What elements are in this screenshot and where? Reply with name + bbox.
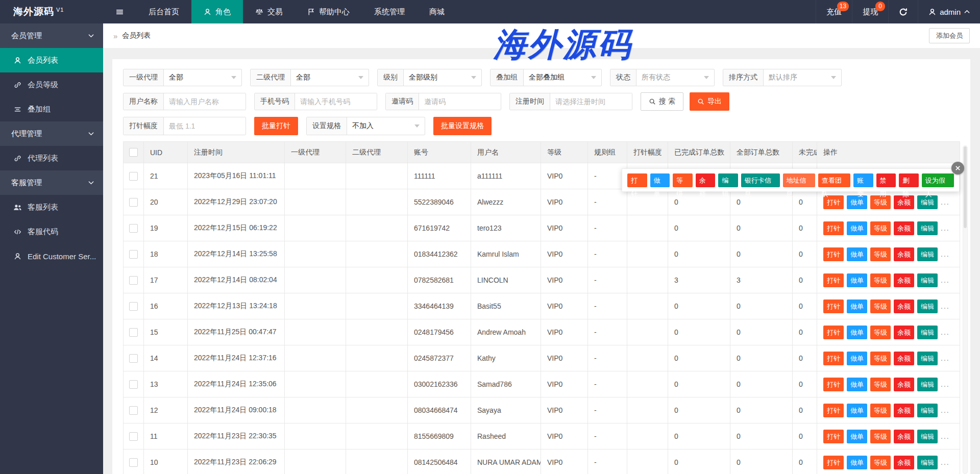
- row-checkbox[interactable]: [129, 432, 138, 441]
- filter-select-overlay-group[interactable]: 全部叠加组: [524, 69, 601, 86]
- refresh-button[interactable]: [888, 0, 918, 23]
- action-address-info-button[interactable]: 地址信息: [783, 173, 815, 187]
- action-edit-button[interactable]: 编辑: [917, 404, 938, 417]
- filter-input-username[interactable]: [164, 93, 246, 110]
- select-all-checkbox[interactable]: [129, 148, 138, 157]
- sidebar-item-2[interactable]: 会员等级: [0, 72, 103, 97]
- action-make-order-button[interactable]: 做单: [847, 326, 867, 339]
- filter-input-reg-time[interactable]: [550, 93, 632, 110]
- action-level-button[interactable]: 等级: [870, 404, 891, 417]
- table-scrollbar[interactable]: [963, 145, 968, 474]
- action-inject-button[interactable]: 打针: [823, 221, 844, 235]
- row-checkbox[interactable]: [129, 198, 138, 207]
- action-level-button[interactable]: 等级: [870, 430, 891, 443]
- more-actions-button[interactable]: ...: [941, 406, 950, 414]
- filter-select-agent1[interactable]: 全部: [164, 69, 241, 86]
- action-balance-button[interactable]: 余额: [894, 352, 914, 365]
- row-checkbox[interactable]: [129, 406, 138, 415]
- action-inject-button[interactable]: 打针: [823, 404, 844, 417]
- action-make-order-button[interactable]: 做单: [847, 430, 867, 443]
- action-edit-button[interactable]: 编辑: [718, 173, 738, 187]
- action-level-button[interactable]: 等级: [870, 300, 891, 313]
- action-level-button[interactable]: 等级: [870, 352, 891, 365]
- action-make-order-button[interactable]: 做单: [847, 273, 867, 287]
- more-actions-button[interactable]: ...: [941, 224, 950, 232]
- action-inject-button[interactable]: 打针: [823, 430, 844, 443]
- more-actions-button[interactable]: ...: [941, 354, 950, 362]
- batch-spec-button[interactable]: 批量设置规格: [433, 117, 492, 135]
- sidebar-item-9[interactable]: Edit Customer Ser...: [0, 244, 103, 268]
- action-inject-button[interactable]: 打针: [823, 456, 844, 469]
- action-inject-button[interactable]: 打针: [627, 173, 647, 187]
- more-actions-button[interactable]: ...: [941, 432, 950, 440]
- action-balance-button[interactable]: 余额: [696, 173, 716, 187]
- filter-select-level[interactable]: 全部级别: [404, 69, 481, 86]
- action-balance-button[interactable]: 余额: [894, 273, 914, 287]
- action-inject-button[interactable]: 打针: [823, 352, 844, 365]
- filter-input-invite-code[interactable]: [419, 93, 501, 110]
- sidebar-collapse-button[interactable]: [103, 0, 136, 23]
- action-make-order-button[interactable]: 做单: [847, 352, 867, 365]
- sidebar-group-4[interactable]: 代理管理: [0, 121, 103, 146]
- more-actions-button[interactable]: ...: [941, 198, 950, 206]
- sidebar-item-5[interactable]: 代理列表: [0, 146, 103, 170]
- spec-select[interactable]: 不加入: [347, 117, 425, 135]
- action-level-button[interactable]: 等级: [870, 456, 891, 469]
- recharge-button[interactable]: 充值 13: [816, 0, 852, 23]
- action-edit-button[interactable]: 编辑: [917, 273, 938, 287]
- action-make-order-button[interactable]: 做单: [847, 404, 867, 417]
- action-balance-button[interactable]: 余额: [894, 404, 914, 417]
- nav-item-5[interactable]: 商城: [417, 0, 457, 23]
- action-level-button[interactable]: 等级: [870, 247, 891, 261]
- action-balance-button[interactable]: 余额: [894, 430, 914, 443]
- sidebar-group-0[interactable]: 会员管理: [0, 23, 103, 48]
- action-edit-button[interactable]: 编辑: [917, 456, 938, 469]
- sidebar-item-1[interactable]: 会员列表: [0, 48, 103, 72]
- action-make-order-button[interactable]: 做单: [847, 378, 867, 391]
- more-actions-button[interactable]: ...: [941, 380, 950, 388]
- nav-item-1[interactable]: 角色: [191, 0, 243, 23]
- inject-range-input[interactable]: [164, 117, 246, 135]
- action-bank-info-button[interactable]: 银行卡信息: [741, 173, 780, 187]
- row-checkbox[interactable]: [129, 354, 138, 363]
- admin-menu[interactable]: admin: [918, 0, 980, 23]
- nav-item-4[interactable]: 系统管理: [362, 0, 417, 23]
- filter-select-sort[interactable]: 默认排序: [764, 69, 841, 86]
- filter-select-status[interactable]: 所有状态: [636, 69, 714, 86]
- sidebar-group-6[interactable]: 客服管理: [0, 170, 103, 195]
- action-edit-button[interactable]: 编辑: [917, 221, 938, 235]
- row-checkbox[interactable]: [129, 276, 138, 285]
- more-actions-button[interactable]: ...: [941, 276, 950, 284]
- row-checkbox[interactable]: [129, 380, 138, 389]
- action-make-order-button[interactable]: 做单: [847, 456, 867, 469]
- table-scrollbar-thumb[interactable]: [964, 146, 967, 228]
- popup-close-button[interactable]: [951, 162, 964, 174]
- action-disable-button[interactable]: 禁用: [876, 173, 896, 187]
- action-set-fake-button[interactable]: 设为假人: [922, 173, 954, 187]
- row-checkbox[interactable]: [129, 250, 138, 259]
- action-make-order-button[interactable]: 做单: [847, 247, 867, 261]
- search-button[interactable]: 搜 索: [641, 92, 683, 111]
- row-checkbox[interactable]: [129, 302, 138, 311]
- withdraw-button[interactable]: 提现 0: [852, 0, 888, 23]
- action-make-order-button[interactable]: 做单: [650, 173, 670, 187]
- action-inject-button[interactable]: 打针: [823, 378, 844, 391]
- action-edit-button[interactable]: 编辑: [917, 326, 938, 339]
- action-balance-button[interactable]: 余额: [894, 378, 914, 391]
- sidebar-item-3[interactable]: 叠加组: [0, 97, 103, 121]
- action-level-button[interactable]: 等级: [870, 221, 891, 235]
- row-checkbox[interactable]: [129, 328, 138, 337]
- action-inject-button[interactable]: 打针: [823, 247, 844, 261]
- action-balance-button[interactable]: 余额: [894, 300, 914, 313]
- action-delete-button[interactable]: 删除: [899, 173, 919, 187]
- filter-select-agent2[interactable]: 全部: [291, 69, 369, 86]
- sidebar-item-8[interactable]: 客服代码: [0, 219, 103, 244]
- add-member-button[interactable]: 添加会员: [929, 28, 970, 43]
- action-level-button[interactable]: 等级: [870, 273, 891, 287]
- action-make-order-button[interactable]: 做单: [847, 221, 867, 235]
- action-level-button[interactable]: 等级: [870, 378, 891, 391]
- action-edit-button[interactable]: 编辑: [917, 352, 938, 365]
- action-edit-button[interactable]: 编辑: [917, 430, 938, 443]
- export-button[interactable]: 导出: [690, 92, 729, 111]
- action-view-team-button[interactable]: 查看团队: [818, 173, 850, 187]
